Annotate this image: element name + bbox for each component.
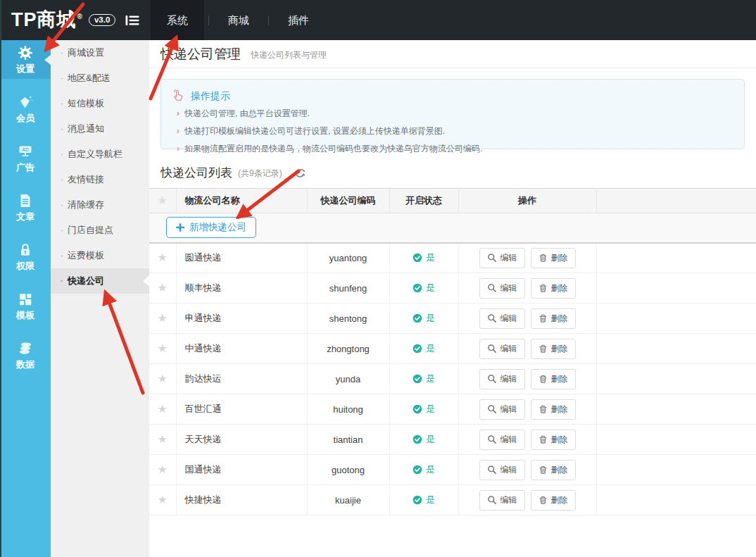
edit-button[interactable]: 编辑 bbox=[479, 339, 525, 359]
submenu-item-express-company[interactable]: ·快递公司 bbox=[51, 268, 149, 294]
hand-pointer-icon bbox=[171, 88, 185, 105]
rail-item-permissions[interactable]: 权限 bbox=[0, 237, 51, 276]
company-name: 快捷快递 bbox=[176, 485, 307, 515]
delete-button[interactable]: 删除 bbox=[531, 399, 576, 420]
star-icon[interactable]: ★ bbox=[158, 433, 168, 445]
edit-button[interactable]: 编辑 bbox=[479, 248, 525, 268]
submenu-item-friend-links[interactable]: ·友情链接 bbox=[51, 167, 149, 192]
delete-button[interactable]: 删除 bbox=[531, 278, 576, 299]
trash-icon bbox=[538, 434, 548, 444]
edit-button[interactable]: 编辑 bbox=[479, 460, 525, 480]
check-circle-icon bbox=[412, 434, 422, 444]
status-badge: 是 bbox=[412, 433, 435, 446]
delete-button[interactable]: 删除 bbox=[531, 339, 576, 359]
add-express-company-button[interactable]: 新增快递公司 bbox=[166, 217, 256, 238]
rail-item-templates[interactable]: 模板 bbox=[0, 287, 51, 325]
company-code: zhongtong bbox=[307, 334, 389, 364]
delete-button[interactable]: 删除 bbox=[531, 248, 576, 268]
submenu-item-region-delivery[interactable]: ·地区&配送 bbox=[51, 65, 149, 91]
status-badge: 是 bbox=[412, 251, 435, 264]
col-header-empty bbox=[596, 189, 756, 213]
edit-button[interactable]: 编辑 bbox=[479, 399, 525, 420]
star-icon[interactable]: ★ bbox=[158, 403, 168, 415]
col-header-code: 快递公司编码 bbox=[307, 189, 389, 213]
trash-icon bbox=[538, 404, 548, 414]
check-circle-icon bbox=[412, 344, 422, 353]
menu-toggle-icon[interactable] bbox=[118, 0, 146, 40]
company-name: 国通快递 bbox=[176, 455, 307, 485]
magnifier-icon bbox=[487, 313, 497, 323]
star-icon[interactable]: ★ bbox=[158, 463, 168, 475]
page-subtitle: 快递公司列表与管理 bbox=[251, 46, 327, 61]
notice-tip: ›快递打印模板编辑快递公司可进行设置, 设置必须上传快递单据背景图. bbox=[177, 123, 733, 140]
company-name: 韵达快运 bbox=[176, 364, 307, 394]
top-nav-mall[interactable]: 商城 bbox=[213, 0, 264, 40]
delete-button[interactable]: 删除 bbox=[531, 460, 576, 480]
star-icon[interactable]: ★ bbox=[158, 373, 168, 384]
company-code: tiantian bbox=[307, 425, 389, 455]
delete-button[interactable]: 删除 bbox=[531, 490, 576, 511]
document-icon bbox=[18, 192, 32, 208]
star-icon[interactable]: ★ bbox=[158, 251, 168, 263]
col-header-status: 开启状态 bbox=[389, 189, 458, 213]
edit-button[interactable]: 编辑 bbox=[479, 369, 525, 389]
submenu-item-store-pickup[interactable]: ·门店自提点 bbox=[51, 218, 149, 243]
notice-tip: ›如果物流配置启用的是快递鸟，物流公司编码也要改为快递鸟官方物流公司编码. bbox=[177, 140, 733, 158]
rail-item-ads[interactable]: AD 广告 bbox=[0, 139, 51, 177]
company-name: 顺丰快递 bbox=[176, 273, 307, 303]
star-icon[interactable]: ★ bbox=[158, 282, 168, 294]
company-code: yunda bbox=[307, 364, 389, 394]
submenu-item-clear-cache[interactable]: ·清除缓存 bbox=[51, 192, 149, 218]
edit-button[interactable]: 编辑 bbox=[479, 490, 525, 511]
top-nav-plugins[interactable]: 插件 bbox=[273, 0, 324, 40]
top-nav-system[interactable]: 系统 bbox=[151, 0, 204, 40]
status-badge: 是 bbox=[412, 403, 435, 415]
app-logo: TP商城® v3.0 bbox=[0, 0, 118, 40]
top-nav: 系统 商城 插件 bbox=[151, 0, 324, 40]
edit-button[interactable]: 编辑 bbox=[479, 278, 525, 299]
bullet-dot: · bbox=[61, 73, 63, 83]
company-name: 天天快递 bbox=[176, 425, 307, 455]
company-name: 中通快递 bbox=[176, 334, 307, 364]
table-row: ★ 百世汇通 huitong 是 编辑删除 bbox=[149, 394, 756, 425]
express-company-table: ★ 物流公司名称 快递公司编码 开启状态 操作 新增快递公司 ★ bbox=[149, 188, 756, 515]
star-icon[interactable]: ★ bbox=[158, 494, 168, 506]
rail-item-members[interactable]: 会员 bbox=[0, 89, 51, 128]
edit-button[interactable]: 编辑 bbox=[479, 430, 525, 450]
rail-item-articles[interactable]: 文章 bbox=[0, 188, 51, 227]
star-icon[interactable]: ★ bbox=[158, 312, 168, 324]
edit-button[interactable]: 编辑 bbox=[479, 308, 525, 329]
registered-mark: ® bbox=[77, 13, 83, 20]
add-company-row: 新增快递公司 bbox=[149, 213, 756, 243]
rail-item-label: 数据 bbox=[16, 358, 34, 371]
submenu-item-shop-settings[interactable]: ·商城设置 bbox=[51, 40, 149, 65]
check-circle-icon bbox=[412, 283, 422, 293]
status-badge: 是 bbox=[412, 342, 435, 355]
main-content: 快递公司管理 快递公司列表与管理 操作提示 ›快递公司管理, 由总平台设置管理.… bbox=[149, 40, 756, 557]
refresh-icon[interactable] bbox=[295, 166, 306, 179]
delete-button[interactable]: 删除 bbox=[531, 308, 576, 329]
rail-item-label: 设置 bbox=[16, 63, 34, 75]
trash-icon bbox=[538, 374, 548, 384]
submenu-item-message-notice[interactable]: ·消息通知 bbox=[51, 116, 149, 142]
rail-item-settings[interactable]: 设置 bbox=[0, 40, 51, 79]
table-row: ★ 国通快递 guotong 是 编辑删除 bbox=[149, 455, 756, 485]
table-row: ★ 韵达快运 yunda 是 编辑删除 bbox=[149, 364, 756, 394]
check-circle-icon bbox=[412, 495, 422, 505]
magnifier-icon bbox=[487, 374, 497, 384]
submenu-item-custom-nav[interactable]: ·自定义导航栏 bbox=[51, 142, 149, 167]
col-header-actions: 操作 bbox=[458, 189, 596, 213]
trash-icon bbox=[538, 313, 548, 323]
check-circle-icon bbox=[412, 404, 422, 414]
submenu-item-sms-template[interactable]: ·短信模板 bbox=[51, 91, 149, 116]
submenu-item-freight-template[interactable]: ·运费模板 bbox=[51, 243, 149, 268]
rail-item-data[interactable]: 数据 bbox=[0, 336, 51, 375]
check-circle-icon bbox=[412, 374, 422, 384]
svg-text:AD: AD bbox=[22, 147, 29, 152]
table-row: ★ 中通快递 zhongtong 是 编辑删除 bbox=[149, 334, 756, 364]
delete-button[interactable]: 删除 bbox=[531, 430, 576, 450]
delete-button[interactable]: 删除 bbox=[531, 369, 576, 389]
magnifier-icon bbox=[487, 404, 497, 414]
star-icon[interactable]: ★ bbox=[158, 342, 168, 354]
diamond-icon bbox=[17, 93, 34, 110]
